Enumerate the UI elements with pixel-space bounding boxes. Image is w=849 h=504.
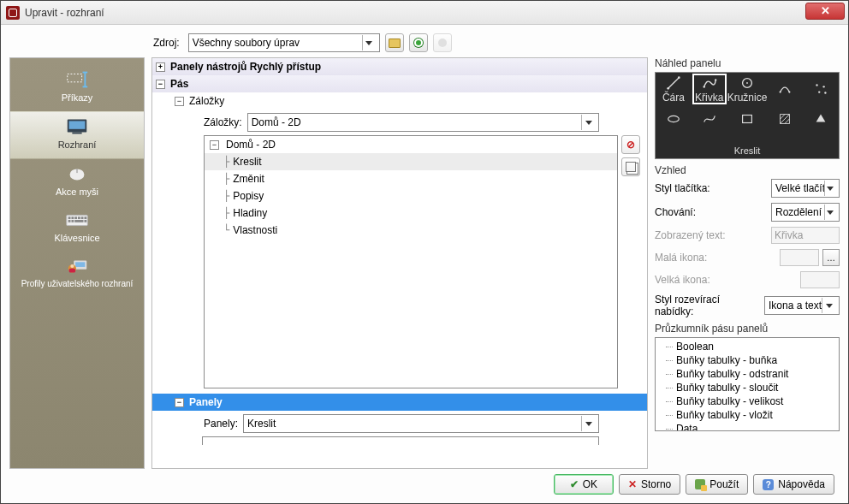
small-icon-label: Malá ikona: bbox=[655, 252, 771, 264]
preview-tool-line[interactable]: Čára bbox=[656, 73, 692, 105]
mouse-icon bbox=[63, 164, 91, 183]
svg-rect-11 bbox=[74, 216, 77, 219]
source-select[interactable]: Všechny soubory úprav bbox=[188, 33, 380, 52]
collapse-icon[interactable]: − bbox=[210, 140, 219, 150]
svg-point-36 bbox=[824, 92, 826, 93]
preview-tool-spline[interactable] bbox=[692, 105, 727, 133]
chevron-down-icon bbox=[581, 416, 595, 431]
preview-tool-region[interactable] bbox=[803, 105, 839, 133]
collapse-icon[interactable]: − bbox=[175, 398, 184, 407]
sidebar-item-mouse[interactable]: Akce myši bbox=[10, 159, 144, 205]
button-style-select[interactable]: Velké tlačítko bbox=[771, 179, 840, 198]
panels-select[interactable]: Kreslit bbox=[243, 414, 599, 433]
source-label: Zdroj: bbox=[153, 37, 180, 49]
dialog-footer: ✔OK ✕Storno Použít ?Nápověda bbox=[9, 469, 840, 500]
expand-icon[interactable]: + bbox=[156, 62, 165, 72]
tabs-selector-row: Záložky: Domů - 2D bbox=[204, 113, 647, 132]
dropdown-style-label: Styl rozevírací nabídky: bbox=[655, 294, 761, 317]
source-value: Všechny soubory úprav bbox=[193, 37, 300, 49]
preview-tool-arc[interactable] bbox=[767, 73, 803, 105]
dialog-window: Upravit - rozhraní ✕ Zdroj: Všechny soub… bbox=[0, 0, 849, 504]
tab-items-tree[interactable]: − Domů - 2D ├Kreslit ├Změnit ├Popisy ├Hl… bbox=[204, 135, 618, 388]
tab-root[interactable]: − Domů - 2D bbox=[205, 136, 617, 153]
explorer-item[interactable]: Buňky tabulky - odstranit bbox=[657, 367, 837, 381]
explorer-item[interactable]: Data bbox=[657, 422, 837, 431]
preview-tool-circle[interactable]: Kružnice bbox=[727, 73, 768, 105]
sidebar-item-interface[interactable]: Rozhraní bbox=[10, 111, 144, 159]
tab-item[interactable]: └Vlastnosti bbox=[205, 222, 617, 239]
explorer-item[interactable]: Buňky tabulky - buňka bbox=[657, 353, 837, 367]
browse-button[interactable]: … bbox=[822, 249, 840, 266]
explorer-item[interactable]: Buňky tabulky - sloučit bbox=[657, 381, 837, 394]
svg-point-33 bbox=[816, 84, 817, 86]
sidebar-item-keyboard[interactable]: Klávesnice bbox=[10, 205, 144, 252]
sidebar-item-commands[interactable]: Příkazy bbox=[10, 65, 144, 111]
explorer-item[interactable]: Boolean bbox=[657, 340, 837, 353]
tab-item[interactable]: ├Kreslit bbox=[205, 153, 617, 170]
help-button[interactable]: ?Nápověda bbox=[753, 474, 834, 495]
close-icon: ✕ bbox=[628, 478, 637, 490]
ok-button[interactable]: ✔OK bbox=[554, 474, 614, 495]
close-button[interactable]: ✕ bbox=[805, 3, 845, 20]
open-folder-button[interactable] bbox=[385, 33, 404, 52]
svg-point-25 bbox=[667, 86, 669, 89]
svg-line-40 bbox=[781, 115, 785, 119]
display-text-field: Křivka bbox=[771, 227, 840, 244]
tabs-select[interactable]: Domů - 2D bbox=[247, 113, 599, 132]
tab-item[interactable]: ├Hladiny bbox=[205, 205, 617, 222]
preview-tool-rect[interactable] bbox=[727, 105, 768, 133]
tree-panels[interactable]: − Panely bbox=[152, 394, 647, 411]
window-title: Upravit - rozhraní bbox=[25, 7, 104, 19]
preview-tool-ellipse[interactable] bbox=[656, 105, 692, 133]
tree-tabs[interactable]: − Záložky bbox=[152, 92, 647, 110]
tab-item[interactable]: ├Popisy bbox=[205, 187, 617, 205]
svg-point-30 bbox=[746, 82, 748, 84]
preview-tool-points[interactable] bbox=[803, 73, 839, 105]
tab-item[interactable]: ├Změnit bbox=[205, 170, 617, 187]
panels-content-stub bbox=[202, 436, 599, 445]
small-icon-field bbox=[780, 249, 819, 266]
svg-rect-15 bbox=[68, 220, 71, 222]
collapse-icon[interactable]: − bbox=[175, 97, 184, 106]
keyboard-icon bbox=[63, 210, 91, 229]
copy-item-button[interactable] bbox=[621, 157, 640, 176]
titlebar[interactable]: Upravit - rozhraní ✕ bbox=[1, 1, 848, 25]
preview-tool-polyline[interactable]: Křivka bbox=[692, 73, 727, 105]
app-icon bbox=[6, 6, 20, 20]
dropdown-style-select[interactable]: Ikona a text bbox=[764, 296, 840, 315]
delete-item-button[interactable]: ⊘ bbox=[621, 135, 640, 154]
sidebar-item-profiles[interactable]: Profily uživatelského rozhraní bbox=[10, 252, 144, 297]
svg-line-42 bbox=[785, 119, 789, 123]
explorer-item[interactable]: Buňky tabulky - velikost bbox=[657, 394, 837, 408]
apply-icon bbox=[695, 479, 705, 489]
ribbon-panel-explorer[interactable]: Boolean Buňky tabulky - buňka Buňky tabu… bbox=[655, 337, 840, 431]
svg-line-41 bbox=[781, 115, 790, 124]
button-style-label: Styl tlačítka: bbox=[655, 182, 771, 194]
panels-field-label: Panely: bbox=[204, 418, 238, 430]
svg-rect-38 bbox=[743, 116, 752, 123]
apply-button[interactable]: Použít bbox=[686, 474, 748, 495]
profiles-icon bbox=[63, 257, 91, 276]
help-icon: ? bbox=[763, 479, 774, 490]
chevron-down-icon bbox=[824, 205, 835, 220]
delete-button[interactable] bbox=[433, 33, 452, 52]
svg-rect-20 bbox=[75, 262, 85, 267]
appearance-group: Vzhled Styl tlačítka: Velké tlačítko Cho… bbox=[655, 164, 840, 317]
svg-rect-16 bbox=[71, 220, 74, 222]
collapse-icon[interactable]: − bbox=[156, 80, 165, 89]
tabs-field-label: Záložky: bbox=[204, 116, 242, 128]
explorer-title: Průzkumník pásu panelů bbox=[655, 323, 840, 335]
add-button[interactable] bbox=[409, 33, 428, 52]
svg-point-22 bbox=[70, 264, 74, 268]
explorer-group: Průzkumník pásu panelů Boolean Buňky tab… bbox=[655, 323, 840, 469]
preview-tool-hatch[interactable] bbox=[767, 105, 803, 133]
tree-ribbon[interactable]: − Pás bbox=[152, 75, 647, 92]
cancel-button[interactable]: ✕Storno bbox=[619, 474, 680, 495]
behavior-select[interactable]: Rozdělení s p bbox=[771, 203, 840, 222]
main-row: Příkazy Rozhraní Akce myši bbox=[9, 57, 840, 469]
svg-rect-9 bbox=[68, 216, 71, 219]
svg-point-26 bbox=[678, 76, 680, 79]
svg-point-34 bbox=[823, 86, 825, 87]
tree-qa-panels[interactable]: + Panely nástrojů Rychlý přístup bbox=[152, 58, 647, 75]
explorer-item[interactable]: Buňky tabulky - vložit bbox=[657, 408, 837, 422]
